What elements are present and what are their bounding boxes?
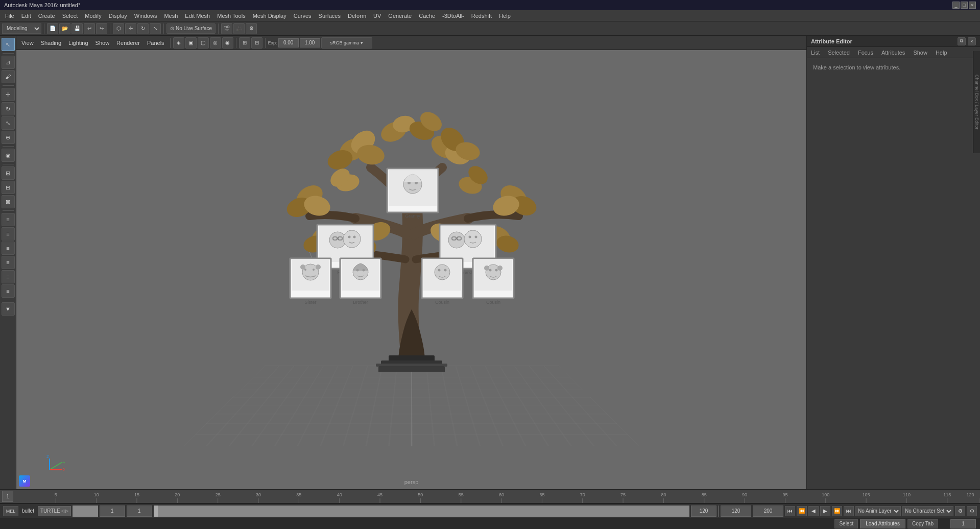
vp-icon-6[interactable]: ⊞ — [239, 37, 250, 49]
script-type-mel[interactable]: MEL — [3, 506, 18, 516]
rotate-tool[interactable]: ↻ — [2, 102, 15, 115]
jump-start-btn[interactable]: ⏮ — [785, 506, 795, 516]
load-attributes-btn[interactable]: Load Attributes — [860, 519, 905, 528]
select-tool-btn[interactable]: ⬡ — [113, 23, 124, 34]
menu-file[interactable]: File — [2, 12, 17, 20]
menu-uv[interactable]: UV — [370, 12, 384, 20]
anim-end-input[interactable]: 120 — [721, 506, 751, 517]
ipr-render-btn[interactable]: 🎥 — [233, 23, 245, 34]
soft-mod-tool[interactable]: ◉ — [2, 149, 15, 162]
sculpt4-tool[interactable]: ≡ — [2, 256, 15, 269]
close-button[interactable]: × — [969, 2, 976, 9]
menu-3dtoall[interactable]: -3DtoAll- — [439, 12, 467, 20]
open-btn[interactable]: 📂 — [59, 23, 70, 34]
lasso-tool[interactable]: ⊿ — [2, 56, 15, 69]
frame-number-input[interactable] — [950, 519, 976, 528]
vp-icon-2[interactable]: ▣ — [185, 37, 197, 49]
vp-icon-4[interactable]: ◎ — [210, 37, 221, 49]
gamma-input[interactable] — [300, 38, 320, 47]
preview-range-slider[interactable] — [154, 506, 689, 517]
char-set-prefs-btn[interactable]: ⚙ — [967, 506, 977, 516]
redo-btn[interactable]: ↪ — [96, 23, 107, 34]
current-frame[interactable]: 1 — [127, 506, 152, 517]
panels-menu[interactable]: Panels — [144, 39, 168, 47]
menu-deform[interactable]: Deform — [345, 12, 369, 20]
menu-create[interactable]: Create — [35, 12, 58, 20]
sculpt-tool[interactable]: ≡ — [2, 213, 15, 226]
renderer-menu[interactable]: Renderer — [113, 39, 143, 47]
vp-icon-1[interactable]: ◈ — [173, 37, 184, 49]
menu-curves[interactable]: Curves — [291, 12, 315, 20]
sculpt5-tool[interactable]: ≡ — [2, 270, 15, 283]
copy-tab-btn[interactable]: Copy Tab — [907, 519, 938, 528]
maximize-button[interactable]: □ — [961, 2, 968, 9]
menu-edit-mesh[interactable]: Edit Mesh — [182, 12, 213, 20]
color-space-btn[interactable]: sRGB gamma ▾ — [321, 37, 372, 49]
timeline-ruler[interactable]: 5 10 15 20 25 30 35 40 45 50 5 — [15, 489, 980, 503]
grid-tool[interactable]: ⊞ — [2, 166, 15, 180]
move-tool-btn[interactable]: ✛ — [125, 23, 136, 34]
menu-generate[interactable]: Generate — [385, 12, 415, 20]
attr-nav-list[interactable]: List — [809, 49, 822, 57]
attr-nav-show[interactable]: Show — [911, 49, 929, 57]
attr-nav-selected[interactable]: Selected — [826, 49, 852, 57]
move-tool[interactable]: ✛ — [2, 88, 15, 101]
menu-surfaces[interactable]: Surfaces — [316, 12, 344, 20]
menu-select[interactable]: Select — [59, 12, 81, 20]
undo-btn[interactable]: ↩ — [84, 23, 95, 34]
anim-total-end[interactable]: 200 — [753, 506, 783, 517]
jump-end-btn[interactable]: ⏭ — [844, 506, 854, 516]
vp-icon-3[interactable]: ▢ — [198, 37, 209, 49]
attr-editor-float-btn[interactable]: ⧉ — [958, 37, 966, 45]
attr-nav-help[interactable]: Help — [934, 49, 949, 57]
render-btn[interactable]: 🎬 — [221, 23, 232, 34]
mode-dropdown[interactable]: Modeling Rigging Animation FX Rendering — [2, 23, 41, 34]
menu-redshift[interactable]: Redshift — [468, 12, 495, 20]
save-btn[interactable]: 💾 — [71, 23, 83, 34]
minimize-button[interactable]: _ — [952, 2, 960, 9]
render-settings-btn[interactable]: ⚙ — [246, 23, 257, 34]
attr-editor-close-btn[interactable]: × — [968, 37, 976, 45]
prev-key-btn[interactable]: ⏪ — [797, 506, 807, 516]
viewport-canvas[interactable]: Granny Parents — [16, 50, 806, 489]
timeline-frame-input[interactable]: 1 — [2, 491, 13, 502]
menu-edit[interactable]: Edit — [18, 12, 34, 20]
sculpt3-tool[interactable]: ≡ — [2, 242, 15, 255]
select-btn[interactable]: Select — [834, 519, 858, 528]
show-menu[interactable]: Show — [92, 39, 113, 47]
range-start[interactable]: 1 — [100, 506, 125, 517]
vp-icon-5[interactable]: ◉ — [222, 37, 233, 49]
lighting-menu[interactable]: Lighting — [65, 39, 91, 47]
attr-nav-attributes[interactable]: Attributes — [879, 49, 907, 57]
rotate-tool-btn[interactable]: ↻ — [137, 23, 149, 34]
vp-icon-7[interactable]: ⊟ — [251, 37, 262, 49]
attr-nav-focus[interactable]: Focus — [856, 49, 875, 57]
exposure-input[interactable] — [278, 38, 299, 47]
sculpt2-tool[interactable]: ≡ — [2, 227, 15, 241]
paint-select-tool[interactable]: 🖌 — [2, 70, 15, 83]
next-key-btn[interactable]: ⏩ — [832, 506, 842, 516]
scale-tool[interactable]: ⤡ — [2, 116, 15, 130]
menu-modify[interactable]: Modify — [82, 12, 104, 20]
menu-mesh-display[interactable]: Mesh Display — [250, 12, 290, 20]
menu-display[interactable]: Display — [106, 12, 130, 20]
menu-help[interactable]: Help — [496, 12, 514, 20]
view-menu[interactable]: View — [18, 39, 37, 47]
live-surface-btn[interactable]: ⊙ No Live Surface — [166, 23, 216, 34]
menu-cache[interactable]: Cache — [416, 12, 438, 20]
play-forward-btn[interactable]: ▶ — [820, 506, 830, 516]
range-end[interactable]: 120 — [691, 506, 716, 517]
snap-tool[interactable]: ⊟ — [2, 181, 15, 194]
sculpt6-tool[interactable]: ≡ — [2, 284, 15, 298]
new-scene-btn[interactable]: 📄 — [47, 23, 58, 34]
scale-tool-btn[interactable]: ⤡ — [150, 23, 161, 34]
menu-windows[interactable]: Windows — [131, 12, 160, 20]
menu-mesh-tools[interactable]: Mesh Tools — [214, 12, 248, 20]
character-set-dropdown[interactable]: No Character Set — [902, 506, 953, 516]
shading-menu[interactable]: Shading — [38, 39, 64, 47]
anim-prefs-btn[interactable]: ⚙ — [955, 506, 965, 516]
turtle-tab[interactable]: TURTLE ◁ ▷ — [38, 506, 71, 516]
universal-tool[interactable]: ⊕ — [2, 131, 15, 144]
more-btn[interactable]: ▼ — [2, 302, 15, 316]
anim-layer-dropdown[interactable]: No Anim Layer — [855, 506, 901, 516]
